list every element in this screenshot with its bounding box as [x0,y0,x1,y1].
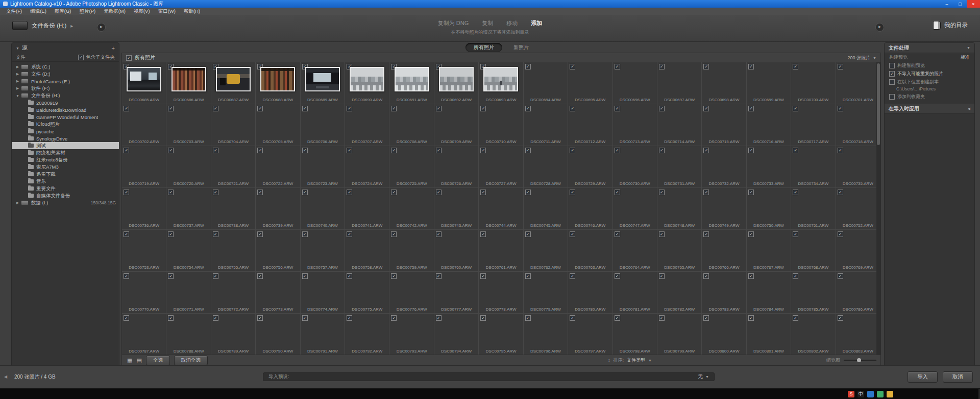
photo-checkbox[interactable]: ✓ [168,190,174,195]
tree-item[interactable]: 红米note8备份 [12,156,119,163]
photo-cell[interactable]: ✓DSC00773.ARW [256,272,300,314]
photo-cell[interactable]: ✓DSC00763.ARW [568,230,612,272]
photo-checkbox[interactable]: ✓ [793,64,798,69]
photo-cell[interactable]: ✓DSC00801.ARW [747,314,791,356]
tree-item[interactable]: ▶文件 (D:) [12,71,119,78]
photo-checkbox[interactable]: ✓ [124,148,129,153]
photo-cell[interactable]: ✓DSC00738.ARW [211,188,256,230]
photo-cell[interactable]: ✓DSC00736.ARW [122,188,166,230]
photo-cell[interactable]: ✓DSC00687.ARW [211,62,256,104]
photo-checkbox[interactable]: ✓ [659,64,665,69]
photo-checkbox[interactable]: ✓ [213,148,218,153]
photo-checkbox[interactable]: ✓ [391,148,397,153]
tree-item[interactable]: iCloud照片 [12,121,119,128]
photo-checkbox[interactable]: ✓ [525,231,531,237]
photo-checkbox[interactable]: ✓ [838,64,843,69]
grid-view-icon[interactable]: ▦ [127,358,132,363]
photo-checkbox[interactable]: ✓ [838,273,843,279]
loupe-view-icon[interactable]: ▤ [136,358,141,363]
photo-cell[interactable]: ✓DSC00769.ARW [836,230,880,272]
photo-cell[interactable]: ✓DSC00766.ARW [702,230,746,272]
photo-checkbox[interactable]: ✓ [748,315,754,321]
photo-checkbox[interactable]: ✓ [659,106,665,111]
photo-cell[interactable]: ✓DSC00686.ARW [166,62,211,104]
source-panel-header[interactable]: ▼ 源 + [12,43,119,53]
photo-cell[interactable]: ✓DSC00768.ARW [791,230,836,272]
photo-checkbox[interactable]: ✓ [525,190,531,195]
import-method-button[interactable]: 移动 [506,19,518,27]
deselect-all-button[interactable]: 取消全选 [174,356,208,365]
add-source-plus-icon[interactable]: + [112,45,115,51]
photo-checkbox[interactable]: ✓ [124,231,129,237]
menu-item-7[interactable]: 帮助(H) [180,8,204,15]
tree-item[interactable]: GamePP Wonderful Moment [12,113,119,121]
photo-checkbox[interactable]: ✓ [347,148,352,153]
photo-checkbox[interactable]: ✓ [615,315,620,321]
grid-scrollbar-thumb[interactable] [877,63,880,145]
photo-cell[interactable]: ✓DSC00697.ARW [657,62,702,104]
maximize-button[interactable]: □ [953,0,967,8]
photo-cell[interactable]: ✓DSC00780.ARW [568,272,612,314]
photo-cell[interactable]: ✓DSC00724.ARW [345,146,389,188]
photo-checkbox[interactable]: ✓ [302,190,308,195]
import-destination[interactable]: 我的目录 [933,21,968,30]
photo-cell[interactable]: ✓DSC00785.ARW [791,272,836,314]
photo-cell[interactable]: ✓DSC00728.ARW [524,146,568,188]
photo-checkbox[interactable]: ✓ [748,273,754,279]
photo-cell[interactable]: ✓DSC00717.ARW [791,104,836,146]
photo-cell[interactable]: ✓DSC00781.ARW [613,272,657,314]
photo-checkbox[interactable]: ✓ [480,106,486,111]
menu-item-6[interactable]: 窗口(W) [154,8,180,15]
photo-checkbox[interactable]: ✓ [748,190,754,195]
photo-cell[interactable]: ✓DSC00759.ARW [389,230,434,272]
photo-checkbox[interactable]: ✓ [302,148,308,153]
sogou-input-icon[interactable]: S [848,391,854,397]
photo-cell[interactable]: ✓DSC00749.ARW [702,188,746,230]
photo-cell[interactable]: ✓DSC00802.ARW [791,314,836,356]
photo-cell[interactable]: ✓DSC00704.ARW [211,104,256,146]
photo-cell[interactable]: ✓DSC00709.ARW [434,104,479,146]
photo-checkbox[interactable]: ✓ [347,190,352,195]
photo-count-dropdown[interactable]: 200 张照片 ▼ [848,55,876,61]
photo-cell[interactable]: ✓DSC00695.ARW [568,62,612,104]
tree-item[interactable]: pycache [12,128,119,135]
photo-checkbox[interactable]: ✓ [838,231,843,237]
photo-cell[interactable]: ✓DSC00721.ARW [211,146,256,188]
photo-checkbox[interactable]: ✓ [570,273,575,279]
photo-checkbox[interactable]: ✓ [793,273,798,279]
import-button[interactable]: 导入 [908,371,938,383]
photo-cell[interactable]: ✓DSC00725.ARW [389,146,434,188]
import-method-button[interactable]: 添加 [531,19,542,27]
tree-item[interactable]: 索尼A7M3 [12,163,119,171]
disclosure-triangle-icon[interactable]: ▼ [15,94,20,98]
check-all-checkbox[interactable]: ✓ [126,55,132,61]
photo-checkbox[interactable]: ✓ [124,273,129,279]
photo-cell[interactable]: ✓DSC00796.ARW [524,314,568,356]
photo-checkbox[interactable]: ✓ [480,231,486,237]
photo-cell[interactable]: ✓DSC00689.ARW [301,62,345,104]
photo-checkbox[interactable]: ✓ [615,106,620,111]
photo-cell[interactable]: ✓DSC00688.ARW [256,62,300,104]
photo-cell[interactable]: ✓DSC00747.ARW [613,188,657,230]
photo-cell[interactable]: ✓DSC00700.ARW [791,62,836,104]
photo-checkbox[interactable]: ✓ [124,315,129,321]
photo-checkbox[interactable]: ✓ [257,315,263,321]
photo-checkbox[interactable]: ✓ [838,148,843,153]
photo-cell[interactable]: ✓DSC00685.ARW [122,62,166,104]
disclosure-triangle-icon[interactable]: ▶ [15,201,20,205]
photo-cell[interactable]: ✓DSC00739.ARW [256,188,300,230]
photo-cell[interactable]: ✓DSC00703.ARW [166,104,211,146]
photo-cell[interactable]: ✓DSC00743.ARW [434,188,479,230]
photo-checkbox[interactable]: ✓ [302,273,308,279]
photo-cell[interactable]: ✓DSC00707.ARW [345,104,389,146]
photo-checkbox[interactable]: ✓ [615,190,620,195]
photo-cell[interactable]: ✓DSC00711.ARW [524,104,568,146]
photo-checkbox[interactable]: ✓ [838,106,843,111]
photo-cell[interactable]: ✓DSC00784.ARW [747,272,791,314]
thumbnail-size-slider-knob[interactable] [857,358,861,362]
import-preset-value[interactable]: 无 ▼ [698,373,709,380]
photo-checkbox[interactable]: ✓ [168,315,174,321]
photo-checkbox[interactable]: ✓ [257,231,263,237]
photo-checkbox[interactable]: ✓ [659,315,665,321]
ime-chinese-icon[interactable]: 中 [857,391,864,397]
